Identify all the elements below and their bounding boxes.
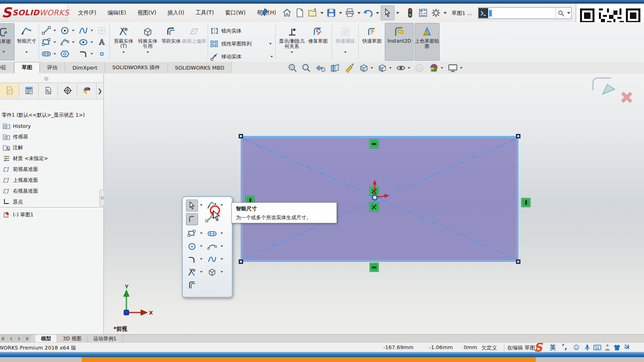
open-document-icon[interactable] [307, 6, 319, 19]
vertex-handle-topright[interactable] [516, 134, 520, 138]
tab-features[interactable]: 特征 [0, 62, 14, 73]
ctx-trim-tool-icon[interactable] [186, 266, 198, 278]
offset-entities-button[interactable]: 等距实体 [160, 23, 182, 60]
tab-scroll-next-icon[interactable] [15, 335, 23, 343]
tree-item-material[interactable]: 材质 <未指定> [0, 153, 103, 164]
midpoint-constraint-lower-badge[interactable] [369, 202, 379, 212]
spline-dropdown-icon[interactable] [91, 30, 93, 31]
move-dropdown-icon[interactable] [270, 56, 273, 58]
tree-item-top-plane[interactable]: 上视基准面 [0, 175, 103, 185]
display-relations-button[interactable]: 显示/删除几何关系 [278, 23, 306, 60]
circle-tool-icon[interactable] [59, 25, 71, 37]
menu-view[interactable]: 视图(V) [132, 4, 162, 22]
ime-mic-icon[interactable] [584, 344, 590, 351]
ime-toolbox-icon[interactable] [624, 344, 630, 351]
shaded-contours-button[interactable]: 上色草图轮廓 [415, 23, 440, 61]
linear-pattern-button[interactable]: 线性草图阵列 [210, 38, 273, 49]
menu-tools[interactable]: 工具(T) [190, 4, 220, 22]
save-dropdown-icon[interactable] [339, 12, 342, 14]
rapid-sketch-button[interactable]: 快速草图 [361, 23, 383, 60]
command-search-box[interactable] [478, 7, 572, 19]
open-dropdown-icon[interactable] [320, 12, 324, 14]
search-magnifier-icon[interactable] [555, 8, 566, 18]
horizontal-constraint-bottom-badge[interactable] [369, 263, 379, 272]
display-manager-tab[interactable] [77, 83, 97, 98]
view-settings-dropdown-icon[interactable] [460, 67, 462, 69]
repair-sketch-button[interactable]: 修复草图 [307, 23, 329, 60]
trim-entities-button[interactable]: 剪裁实体(T) [112, 23, 135, 60]
vertex-handle-bottomleft[interactable] [239, 259, 243, 264]
ctx-convert-dropdown-icon[interactable] [221, 271, 223, 273]
ime-language-mode[interactable]: 英 [550, 344, 556, 352]
ctx-arc-tool-icon[interactable] [206, 241, 218, 253]
tree-splitter[interactable] [0, 207, 103, 209]
fillet-dropdown-icon[interactable] [91, 53, 93, 55]
horizontal-constraint-top-badge[interactable] [369, 139, 379, 148]
arc-tool-icon[interactable] [59, 36, 71, 48]
pin-menu-icon[interactable] [261, 8, 270, 17]
zoom-to-fit-icon[interactable] [288, 63, 297, 73]
home-icon[interactable] [281, 6, 293, 19]
apply-scene-dropdown-icon[interactable] [441, 67, 443, 69]
ellipse-tool-icon[interactable] [77, 36, 89, 48]
linear-pattern-dropdown-icon[interactable] [269, 43, 272, 45]
zoom-to-area-icon[interactable] [301, 63, 311, 73]
fillet-tool-icon[interactable] [77, 48, 89, 60]
slot-dropdown-icon[interactable] [54, 53, 56, 55]
tab-evaluate[interactable]: 评估 [40, 62, 65, 73]
trim-dropdown-icon[interactable] [122, 51, 125, 59]
tab-sketch[interactable]: 草图 [14, 62, 40, 73]
feature-tree-tab[interactable] [0, 83, 19, 98]
menu-insert[interactable]: 插入(I) [162, 4, 190, 22]
menu-edit[interactable]: 编辑(E) [102, 4, 132, 22]
ime-person-icon[interactable] [605, 344, 610, 351]
tree-item-sketch1[interactable]: (-) 草图1 [0, 210, 103, 220]
arc-dropdown-icon[interactable] [72, 41, 74, 43]
tree-item-right-plane[interactable]: 右视基准面 [0, 186, 103, 196]
ctx-arc-dropdown-icon[interactable] [221, 245, 223, 247]
menu-file[interactable]: 文件(F) [72, 4, 102, 22]
view-settings-button[interactable] [447, 63, 462, 73]
ctx-convert-tool-icon[interactable] [206, 266, 218, 278]
sketch-origin[interactable] [363, 177, 392, 203]
graphics-area[interactable]: 智能尺寸 为一个或多个所选实体生成尺寸。 Y X *前视 [104, 74, 644, 334]
tab-scroll-prev-icon[interactable] [8, 335, 15, 343]
doc-tab-motion-study[interactable]: 运动算例1 [88, 335, 123, 343]
apply-scene-button[interactable] [429, 63, 443, 73]
ctx-circle-tool-icon[interactable] [186, 241, 198, 253]
polygon-tool-icon[interactable] [59, 48, 71, 60]
tree-root-part[interactable]: 零件1 (默认<<默认>_显示状态 1>) [0, 110, 103, 120]
spline-tool-icon[interactable] [77, 25, 89, 37]
previous-view-icon[interactable] [315, 63, 326, 73]
tab-scroll-last-icon[interactable] [23, 335, 31, 343]
undo-icon[interactable] [362, 6, 374, 19]
section-view-icon[interactable] [330, 63, 340, 73]
dimxpert-manager-tab[interactable] [58, 83, 77, 98]
display-style-button[interactable] [377, 63, 392, 73]
instant2d-button[interactable]: Instant2D [385, 23, 414, 61]
vertex-handle-topleft[interactable] [239, 134, 243, 138]
rectangle-dropdown-icon[interactable] [54, 41, 56, 43]
task-pane-icon[interactable] [417, 6, 429, 19]
save-icon[interactable] [325, 6, 337, 19]
view-orientation-button[interactable] [359, 63, 373, 73]
ctx-slot-dropdown-icon[interactable] [221, 232, 223, 234]
confirm-exit-sketch-icon[interactable] [589, 76, 617, 100]
traffic-light-icon[interactable] [404, 6, 416, 19]
vertical-constraint-right-badge[interactable] [521, 198, 530, 207]
exit-sketch-dropdown-icon[interactable] [2, 51, 5, 58]
ellipse-dropdown-icon[interactable] [91, 41, 93, 43]
ctx-offset-tool-icon[interactable] [186, 279, 198, 291]
line-tool-icon[interactable] [40, 25, 52, 37]
property-manager-tab[interactable] [19, 83, 39, 98]
menu-window[interactable]: 窗口(W) [219, 4, 251, 22]
annotation-view-icon[interactable] [344, 63, 355, 73]
search-dropdown-icon[interactable] [567, 12, 570, 14]
ctx-select-tool-icon[interactable] [186, 200, 198, 212]
video-progress-track[interactable] [0, 352, 644, 357]
tab-scroll-first-icon[interactable] [0, 335, 8, 343]
doc-tab-3dviews[interactable]: 3D 视图 [57, 335, 88, 343]
ctx-spline-dropdown-icon[interactable] [221, 258, 223, 260]
circle-dropdown-icon[interactable] [72, 30, 74, 31]
text-tool-icon[interactable]: A [96, 36, 108, 48]
